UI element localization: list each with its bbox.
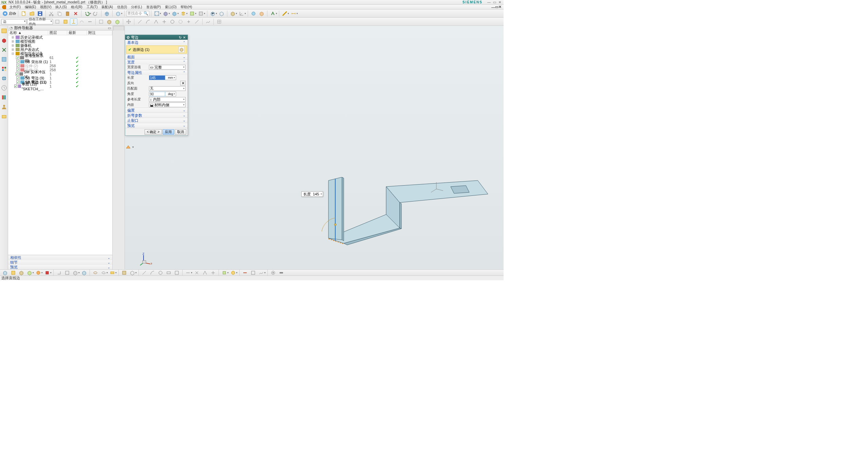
menu-format[interactable]: 格式(R) bbox=[69, 5, 84, 10]
bt6-icon[interactable] bbox=[43, 269, 51, 276]
layer-icon[interactable] bbox=[180, 10, 187, 17]
sec-relief[interactable]: 止裂口⌄ bbox=[125, 118, 188, 123]
col-note[interactable]: 附注 bbox=[87, 31, 112, 35]
dialog-close-icon[interactable]: ✕ bbox=[182, 36, 186, 39]
bt25-icon[interactable] bbox=[221, 269, 228, 276]
arc-icon[interactable] bbox=[144, 18, 152, 25]
bt19-icon[interactable] bbox=[165, 269, 172, 276]
tree-row[interactable]: ✔草图 (13) "SKETCH_…1✔ bbox=[8, 84, 112, 88]
sel3-icon[interactable] bbox=[70, 18, 77, 25]
rb-history-icon[interactable] bbox=[1, 85, 7, 91]
select-edge-row[interactable]: ✔ 选择边 (1) bbox=[126, 45, 187, 54]
reverse-button[interactable]: ✕ bbox=[180, 81, 186, 86]
rb-nav-icon[interactable] bbox=[1, 28, 7, 34]
cube1-icon[interactable] bbox=[103, 10, 111, 17]
bt22-icon[interactable] bbox=[193, 269, 201, 276]
close-button[interactable]: ✕ bbox=[497, 0, 502, 4]
footer-details[interactable]: 细节⌄ bbox=[8, 260, 112, 265]
bt27-icon[interactable] bbox=[241, 269, 249, 276]
bt15-icon[interactable] bbox=[129, 269, 136, 276]
sel2-icon[interactable] bbox=[62, 18, 69, 25]
doc-minimize-button[interactable]: — bbox=[491, 5, 495, 9]
col-current[interactable]: 最新 bbox=[67, 31, 87, 35]
angle-input[interactable] bbox=[149, 92, 165, 96]
rb-reuse-icon[interactable] bbox=[1, 56, 7, 62]
sec-bendparam[interactable]: 折弯参数⌄ bbox=[125, 113, 188, 118]
sec-props[interactable]: 弯边属性⌃ bbox=[125, 70, 188, 75]
menu-help[interactable]: 帮助(H) bbox=[178, 5, 194, 10]
inset-select[interactable]: ⬓材料内侧 bbox=[149, 102, 186, 107]
command-search[interactable]: 查找命令🔍 bbox=[126, 11, 149, 16]
footer-dependency[interactable]: 相依性⌄ bbox=[8, 255, 112, 260]
menu-info[interactable]: 信息(I) bbox=[115, 5, 129, 10]
bt29-icon[interactable] bbox=[258, 269, 265, 276]
footer-preview[interactable]: 预览⌄ bbox=[8, 265, 112, 269]
match-select[interactable]: 无 bbox=[149, 86, 186, 91]
rb-process-icon[interactable] bbox=[1, 113, 7, 119]
spline-icon[interactable] bbox=[204, 18, 212, 25]
start-menu-icon[interactable] bbox=[2, 5, 6, 9]
pt2-icon[interactable] bbox=[161, 18, 168, 25]
bt30-icon[interactable] bbox=[269, 269, 277, 276]
length-input[interactable] bbox=[149, 75, 165, 80]
menu-tools[interactable]: 工具(T) bbox=[84, 5, 100, 10]
bt9-icon[interactable] bbox=[72, 269, 79, 276]
sec-width[interactable]: 宽度⌃ bbox=[125, 60, 188, 64]
apply-button[interactable]: 应用 bbox=[163, 129, 174, 135]
wireframe-icon[interactable] bbox=[209, 10, 216, 17]
bt5-icon[interactable] bbox=[35, 269, 42, 276]
menu-edit[interactable]: 编辑(E) bbox=[23, 5, 38, 10]
width-option-select[interactable]: ▭完整 bbox=[149, 65, 186, 70]
reflen-select[interactable]: ↕内部 bbox=[149, 97, 186, 102]
wire2-icon[interactable] bbox=[218, 10, 225, 17]
bt17-icon[interactable] bbox=[149, 269, 156, 276]
menu-analysis[interactable]: 分析(L) bbox=[129, 5, 144, 10]
undo-icon[interactable] bbox=[83, 10, 91, 17]
sec-preview[interactable]: 预览⌄ bbox=[125, 123, 188, 128]
snap-icon[interactable] bbox=[269, 10, 277, 17]
move-icon[interactable] bbox=[125, 18, 132, 25]
sec-section[interactable]: 截面⌄ bbox=[125, 55, 188, 59]
pin-icon[interactable]: ▭ bbox=[108, 26, 111, 30]
sel6-icon[interactable] bbox=[97, 18, 105, 25]
sel5-icon[interactable] bbox=[86, 18, 94, 25]
section-icon[interactable] bbox=[197, 10, 205, 17]
col-layer[interactable]: 图层 bbox=[48, 31, 67, 35]
sec-base-edge[interactable]: 基本边⌃ bbox=[125, 40, 188, 45]
menu-window[interactable]: 窗口(O) bbox=[163, 5, 178, 10]
diag-icon[interactable] bbox=[193, 18, 201, 25]
menu-file[interactable]: 文件(F) bbox=[7, 5, 23, 10]
rb-web-icon[interactable] bbox=[1, 75, 7, 81]
bt24-icon[interactable] bbox=[209, 269, 217, 276]
ok-button[interactable]: < 确定 > bbox=[145, 129, 162, 135]
filter-combo[interactable]: 边 bbox=[1, 19, 26, 24]
pt1-icon[interactable] bbox=[152, 18, 160, 25]
col-name[interactable]: 名称 ▲ bbox=[8, 31, 48, 35]
doc-close-button[interactable]: ✕ bbox=[498, 5, 502, 9]
scope-combo[interactable]: 仅在工作部件内 bbox=[27, 19, 53, 24]
save-icon[interactable] bbox=[36, 10, 44, 17]
sec-offset[interactable]: 偏置⌄ bbox=[125, 108, 188, 113]
line-icon[interactable] bbox=[136, 18, 144, 25]
grid-icon[interactable] bbox=[215, 18, 223, 25]
rb-asm-icon[interactable] bbox=[1, 37, 7, 43]
rb-color-icon[interactable] bbox=[1, 94, 7, 100]
delete-icon[interactable] bbox=[72, 10, 79, 17]
rb-roles-icon[interactable] bbox=[1, 104, 7, 110]
select-cube-icon[interactable] bbox=[178, 46, 185, 53]
sel7-icon[interactable] bbox=[106, 18, 113, 25]
rb-hd3d-icon[interactable] bbox=[1, 66, 7, 72]
bt3-icon[interactable] bbox=[18, 269, 25, 276]
bt8-icon[interactable] bbox=[63, 269, 71, 276]
bt11-icon[interactable] bbox=[92, 269, 99, 276]
tool-a-icon[interactable] bbox=[250, 10, 257, 17]
axis-icon[interactable] bbox=[238, 10, 245, 17]
bt31-icon[interactable] bbox=[278, 269, 285, 276]
sel4-icon[interactable] bbox=[78, 18, 86, 25]
circle-icon[interactable] bbox=[169, 18, 176, 25]
sel8-icon[interactable] bbox=[114, 18, 121, 25]
bt26-icon[interactable] bbox=[229, 269, 237, 276]
iso-icon[interactable] bbox=[229, 10, 237, 17]
circdash-icon[interactable] bbox=[177, 18, 184, 25]
bt2-icon[interactable] bbox=[10, 269, 17, 276]
